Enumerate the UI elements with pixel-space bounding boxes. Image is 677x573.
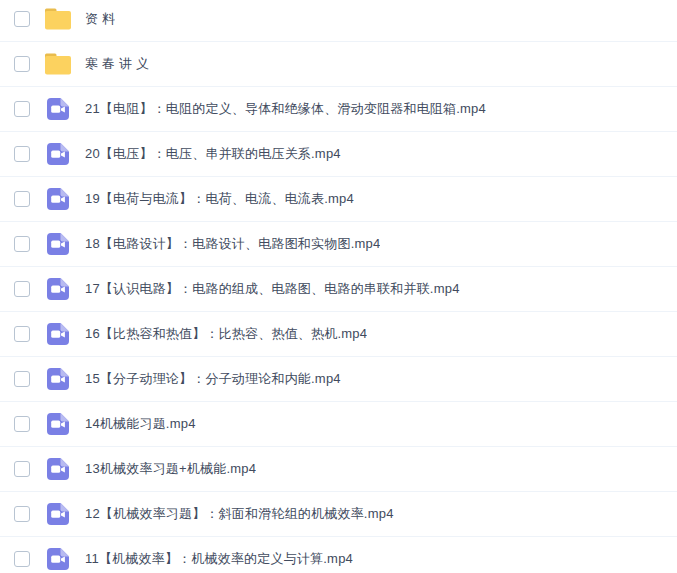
file-icon-box (44, 52, 72, 76)
video-file-icon (47, 233, 69, 255)
file-name[interactable]: 17【认识电路】：电路的组成、电路图、电路的串联和并联.mp4 (85, 280, 460, 298)
file-name[interactable]: 寒 春 讲 义 (85, 55, 149, 73)
folder-icon (44, 7, 72, 31)
video-file-icon (47, 368, 69, 390)
video-file-icon (47, 413, 69, 435)
file-name[interactable]: 21【电阻】：电阻的定义、导体和绝缘体、滑动变阻器和电阻箱.mp4 (85, 100, 486, 118)
file-row[interactable]: 16【比热容和热值】：比热容、热值、热机.mp4 (0, 312, 677, 357)
file-icon-box (44, 187, 72, 211)
folder-row[interactable]: 资 料 (0, 0, 677, 42)
row-checkbox[interactable] (14, 56, 30, 72)
row-checkbox[interactable] (14, 281, 30, 297)
file-list: 资 料 寒 春 讲 义 21【电阻】：电阻的定义、导体和绝缘体、滑动变阻器和电阻… (0, 0, 677, 573)
row-checkbox[interactable] (14, 236, 30, 252)
video-file-icon (47, 548, 69, 570)
video-file-icon (47, 188, 69, 210)
video-file-icon (47, 458, 69, 480)
row-checkbox[interactable] (14, 461, 30, 477)
file-icon-box (44, 367, 72, 391)
video-file-icon (47, 143, 69, 165)
file-row[interactable]: 17【认识电路】：电路的组成、电路图、电路的串联和并联.mp4 (0, 267, 677, 312)
row-checkbox[interactable] (14, 11, 30, 27)
file-name[interactable]: 13机械效率习题+机械能.mp4 (85, 460, 256, 478)
file-icon-box (44, 412, 72, 436)
row-checkbox[interactable] (14, 416, 30, 432)
file-icon-box (44, 502, 72, 526)
file-row[interactable]: 18【电路设计】：电路设计、电路图和实物图.mp4 (0, 222, 677, 267)
row-checkbox[interactable] (14, 101, 30, 117)
row-checkbox[interactable] (14, 371, 30, 387)
file-row[interactable]: 15【分子动理论】：分子动理论和内能.mp4 (0, 357, 677, 402)
row-checkbox[interactable] (14, 506, 30, 522)
file-name[interactable]: 15【分子动理论】：分子动理论和内能.mp4 (85, 370, 341, 388)
video-file-icon (47, 278, 69, 300)
file-icon-box (44, 7, 72, 31)
file-name[interactable]: 16【比热容和热值】：比热容、热值、热机.mp4 (85, 325, 367, 343)
file-icon-box (44, 277, 72, 301)
file-row[interactable]: 21【电阻】：电阻的定义、导体和绝缘体、滑动变阻器和电阻箱.mp4 (0, 87, 677, 132)
file-row[interactable]: 19【电荷与电流】：电荷、电流、电流表.mp4 (0, 177, 677, 222)
file-icon-box (44, 322, 72, 346)
folder-row[interactable]: 寒 春 讲 义 (0, 42, 677, 87)
row-checkbox[interactable] (14, 326, 30, 342)
video-file-icon (47, 503, 69, 525)
file-row[interactable]: 20【电压】：电压、串并联的电压关系.mp4 (0, 132, 677, 177)
file-row[interactable]: 12【机械效率习题】：斜面和滑轮组的机械效率.mp4 (0, 492, 677, 537)
file-icon-box (44, 232, 72, 256)
file-row[interactable]: 13机械效率习题+机械能.mp4 (0, 447, 677, 492)
video-file-icon (47, 98, 69, 120)
file-row[interactable]: 11【机械效率】：机械效率的定义与计算.mp4 (0, 537, 677, 573)
file-name[interactable]: 18【电路设计】：电路设计、电路图和实物图.mp4 (85, 235, 380, 253)
file-name[interactable]: 19【电荷与电流】：电荷、电流、电流表.mp4 (85, 190, 354, 208)
file-name[interactable]: 20【电压】：电压、串并联的电压关系.mp4 (85, 145, 341, 163)
file-icon-box (44, 457, 72, 481)
file-icon-box (44, 142, 72, 166)
row-checkbox[interactable] (14, 146, 30, 162)
file-icon-box (44, 97, 72, 121)
file-name[interactable]: 14机械能习题.mp4 (85, 415, 196, 433)
row-checkbox[interactable] (14, 191, 30, 207)
file-name[interactable]: 12【机械效率习题】：斜面和滑轮组的机械效率.mp4 (85, 505, 394, 523)
file-icon-box (44, 547, 72, 571)
file-row[interactable]: 14机械能习题.mp4 (0, 402, 677, 447)
video-file-icon (47, 323, 69, 345)
row-checkbox[interactable] (14, 551, 30, 567)
folder-icon (44, 52, 72, 76)
file-name[interactable]: 资 料 (85, 10, 115, 28)
file-name[interactable]: 11【机械效率】：机械效率的定义与计算.mp4 (85, 550, 353, 568)
